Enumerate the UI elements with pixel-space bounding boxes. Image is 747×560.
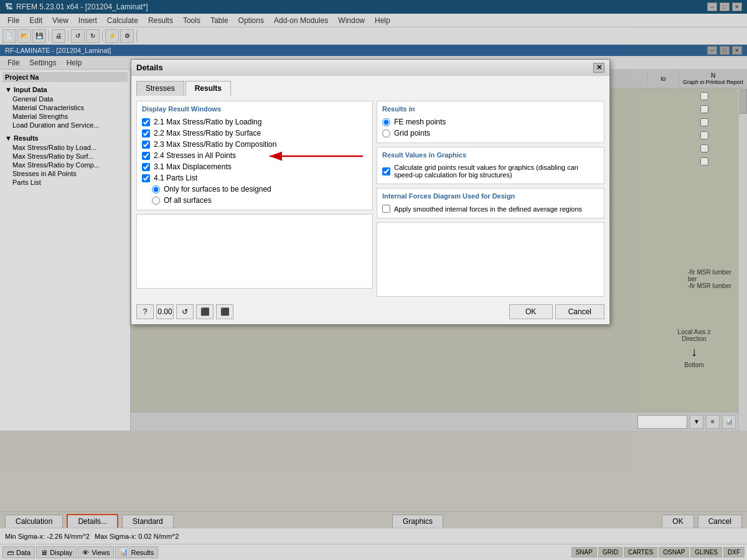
result-values-panel: Result Values in Graphics Calculate grid… [377,147,604,184]
dialog-title-text: Details [136,63,163,72]
rb-grid-points[interactable] [382,129,390,138]
radio-only-surfaces: Only for surfaces to be designed [142,184,367,195]
cb-smoothed[interactable] [382,205,390,213]
rb-only-surfaces-label: Only for surfaces to be designed [164,185,271,194]
check-2-3: 2.3 Max Stress/Ratio by Composition [142,139,367,150]
cb-smoothed-label: Apply smoothed internal forces in the de… [394,205,582,213]
check-smoothed: Apply smoothed internal forces in the de… [382,203,599,214]
cb-2-2-label: 2.2 Max Stress/Ratio by Surface [154,129,261,138]
dialog-close-btn[interactable]: ✕ [593,63,604,73]
cb-3-1-label: 3.1 Max Displacements [154,162,232,171]
cb-3-1[interactable] [142,163,150,171]
cb-2-3[interactable] [142,141,150,149]
check-4-1: 4.1 Parts List [142,172,367,184]
tab-bar: Stresses Results [136,81,604,96]
right-col: Results in FE mesh points Grid points Re… [377,101,604,301]
lower-left-panel [136,214,373,289]
details-dialog: Details ✕ Stresses Results Display Resul… [131,59,610,325]
rb-fe-mesh-label: FE mesh points [394,118,446,126]
icon-btn-row: ? 0.00 ↺ ⬛ ⬛ [136,304,233,319]
left-col: Display Result Windows 2.1 Max Stress/Ra… [136,101,373,301]
icon-btn-undo[interactable]: ↺ [176,304,194,319]
check-grid-calc: Calculate grid points result values for … [382,162,599,180]
dialog-title-bar[interactable]: Details ✕ [131,60,609,76]
cb-grid-calc[interactable] [382,167,390,175]
cb-4-1[interactable] [142,174,150,182]
cb-2-1[interactable] [142,118,150,126]
radio-grid-points: Grid points [382,128,599,139]
cb-4-1-label: 4.1 Parts List [154,174,197,182]
check-2-2: 2.2 Max Stress/Ratio by Surface [142,128,367,139]
ok-cancel-row: OK Cancel [509,304,604,319]
rb-grid-points-label: Grid points [394,129,430,138]
results-in-title: Results in [382,105,599,113]
rb-fe-mesh[interactable] [382,118,390,126]
radio-all-surfaces: Of all surfaces [142,195,367,206]
cb-grid-calc-label: Calculate grid points result values for … [394,164,599,179]
result-values-title: Result Values in Graphics [382,151,599,159]
dialog-ok-btn[interactable]: OK [509,304,553,319]
dialog-cancel-btn[interactable]: Cancel [555,304,604,319]
tab-stresses[interactable]: Stresses [136,81,184,96]
dialog-footer: ? 0.00 ↺ ⬛ ⬛ OK Cancel [136,304,604,319]
icon-btn-help[interactable]: ? [136,304,154,319]
rb-only-surfaces[interactable] [152,185,160,194]
cb-2-4[interactable] [142,152,150,160]
rb-all-surfaces-label: Of all surfaces [164,196,212,205]
modal-overlay: Details ✕ Stresses Results Display Resul… [0,0,747,560]
check-2-1: 2.1 Max Stress/Ratio by Loading [142,116,367,128]
results-in-panel: Results in FE mesh points Grid points [377,101,604,143]
tab-results[interactable]: Results [186,81,231,96]
internal-forces-panel: Internal Forces Diagram Used for Design … [377,188,604,218]
icon-btn-view1[interactable]: ⬛ [196,304,214,319]
cb-2-1-label: 2.1 Max Stress/Ratio by Loading [154,118,261,126]
display-result-windows-panel: Display Result Windows 2.1 Max Stress/Ra… [136,101,373,210]
radio-fe-mesh: FE mesh points [382,116,599,128]
check-3-1: 3.1 Max Displacements [142,161,367,172]
rb-all-surfaces[interactable] [152,197,160,205]
internal-forces-title: Internal Forces Diagram Used for Design [382,192,599,200]
lower-right-panel [377,222,604,297]
cb-2-4-label: 2.4 Stresses in All Points [154,151,236,160]
icon-btn-view2[interactable]: ⬛ [216,304,233,319]
dialog-body: Stresses Results Display Result Windows … [131,76,609,324]
cb-2-3-label: 2.3 Max Stress/Ratio by Composition [154,140,276,149]
check-2-4: 2.4 Stresses in All Points [142,150,367,161]
cb-2-2[interactable] [142,129,150,138]
icon-btn-reset[interactable]: 0.00 [156,304,174,319]
display-result-title: Display Result Windows [142,105,367,113]
dialog-content: Display Result Windows 2.1 Max Stress/Ra… [136,101,604,301]
